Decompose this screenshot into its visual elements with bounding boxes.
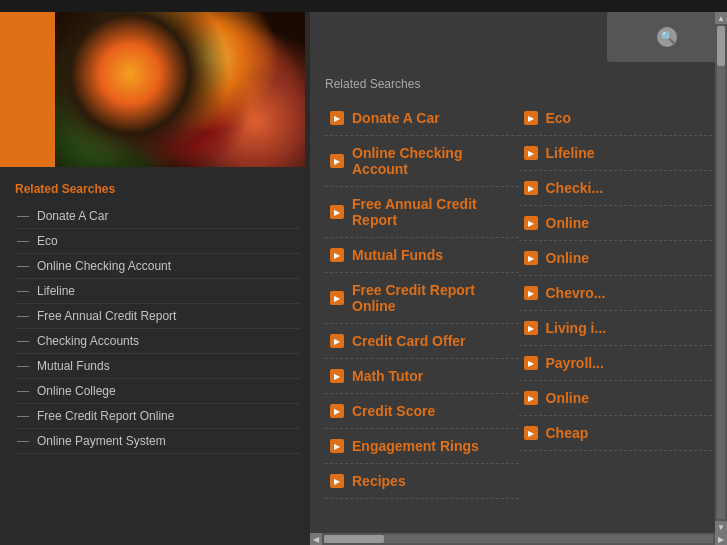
sidebar-item-label: Checking Accounts: [37, 334, 139, 348]
result-item-checki-r[interactable]: Checki...: [519, 171, 713, 206]
result-item-donate-a-car-r[interactable]: Donate A Car: [325, 101, 519, 136]
right-col: Eco Lifeline Checki... Online Online Che…: [519, 101, 713, 499]
orange-strip: [0, 12, 55, 167]
result-item-free-annual-credit-report-r[interactable]: Free Annual Credit Report: [325, 187, 519, 238]
result-arrow-icon: [524, 111, 538, 125]
sidebar-item-online-checking-account[interactable]: — Online Checking Account: [15, 254, 300, 279]
sidebar-item-checking-accounts[interactable]: — Checking Accounts: [15, 329, 300, 354]
sidebar-item-eco[interactable]: — Eco: [15, 229, 300, 254]
scroll-right-button[interactable]: ▶: [715, 533, 727, 545]
result-arrow-icon: [330, 111, 344, 125]
result-arrow-icon: [330, 205, 344, 219]
scroll-thumb: [717, 26, 725, 66]
result-arrow-icon: [524, 286, 538, 300]
result-item-credit-score-r[interactable]: Credit Score: [325, 394, 519, 429]
result-item-label: Living i...: [546, 320, 607, 336]
result-item-eco-r[interactable]: Eco: [519, 101, 713, 136]
sidebar-item-label: Donate A Car: [37, 209, 108, 223]
right-panel: 🔍 Related Searches Donate A Car Online C…: [310, 12, 727, 545]
sidebar-item-donate-a-car[interactable]: — Donate A Car: [15, 204, 300, 229]
result-item-label: Online: [546, 215, 590, 231]
result-item-recipes-r[interactable]: Recipes: [325, 464, 519, 499]
sidebar-item-label: Free Annual Credit Report: [37, 309, 176, 323]
right-related-label: Related Searches: [325, 77, 712, 91]
result-item-mutual-funds-r[interactable]: Mutual Funds: [325, 238, 519, 273]
sidebar-item-online-payment-system[interactable]: — Online Payment System: [15, 429, 300, 454]
sidebar-item-mutual-funds[interactable]: — Mutual Funds: [15, 354, 300, 379]
result-item-online2-r[interactable]: Online: [519, 241, 713, 276]
result-arrow-icon: [524, 216, 538, 230]
sidebar-item-free-credit-report-online[interactable]: — Free Credit Report Online: [15, 404, 300, 429]
result-item-lifeline-r[interactable]: Lifeline: [519, 136, 713, 171]
result-item-label: Online Checking Account: [352, 145, 514, 177]
scroll-left-button[interactable]: ◀: [310, 533, 322, 545]
result-arrow-icon: [330, 248, 344, 262]
result-arrow-icon: [524, 146, 538, 160]
result-item-label: Free Credit Report Online: [352, 282, 514, 314]
sidebar-item-label: Online College: [37, 384, 116, 398]
result-item-label: Eco: [546, 110, 572, 126]
sidebar-arrow-icon: —: [17, 284, 29, 298]
scroll-down-button[interactable]: ▼: [715, 521, 727, 533]
result-arrow-icon: [524, 321, 538, 335]
left-col: Donate A Car Online Checking Account Fre…: [325, 101, 519, 499]
main-container: Related Searches — Donate A Car — Eco — …: [0, 12, 727, 545]
sidebar-arrow-icon: —: [17, 209, 29, 223]
result-item-payroll-r[interactable]: Payroll...: [519, 346, 713, 381]
result-item-chevro-r[interactable]: Chevro...: [519, 276, 713, 311]
sidebar-arrow-icon: —: [17, 384, 29, 398]
result-arrow-icon: [330, 474, 344, 488]
scroll-up-button[interactable]: ▲: [715, 12, 727, 24]
result-arrow-icon: [524, 181, 538, 195]
sidebar-item-lifeline[interactable]: — Lifeline: [15, 279, 300, 304]
result-item-label: Math Tutor: [352, 368, 423, 384]
sidebar-arrow-icon: —: [17, 334, 29, 348]
result-item-credit-card-offer-r[interactable]: Credit Card Offer: [325, 324, 519, 359]
result-item-math-tutor-r[interactable]: Math Tutor: [325, 359, 519, 394]
result-arrow-icon: [524, 391, 538, 405]
sidebar-content: Related Searches — Donate A Car — Eco — …: [0, 167, 310, 464]
result-item-label: Free Annual Credit Report: [352, 196, 514, 228]
result-item-label: Recipes: [352, 473, 406, 489]
right-content: Related Searches Donate A Car Online Che…: [310, 67, 727, 509]
result-arrow-icon: [330, 439, 344, 453]
left-sidebar: Related Searches — Donate A Car — Eco — …: [0, 12, 310, 545]
top-bar: [0, 0, 727, 12]
right-scrollbar: ▲ ▼: [715, 12, 727, 533]
result-item-engagement-rings-r[interactable]: Engagement Rings: [325, 429, 519, 464]
result-item-label: Credit Card Offer: [352, 333, 466, 349]
result-item-label: Online: [546, 250, 590, 266]
sidebar-arrow-icon: —: [17, 409, 29, 423]
result-item-online3-r[interactable]: Online: [519, 381, 713, 416]
result-item-label: Cheap: [546, 425, 589, 441]
result-item-cheap-r[interactable]: Cheap: [519, 416, 713, 451]
sidebar-related-label: Related Searches: [15, 182, 300, 196]
result-item-online-checking-account-r[interactable]: Online Checking Account: [325, 136, 519, 187]
result-item-label: Engagement Rings: [352, 438, 479, 454]
result-item-living-r[interactable]: Living i...: [519, 311, 713, 346]
result-item-label: Lifeline: [546, 145, 595, 161]
sidebar-item-label: Mutual Funds: [37, 359, 110, 373]
scrollbar-thumb: [324, 535, 384, 543]
result-arrow-icon: [524, 251, 538, 265]
search-bar-area[interactable]: 🔍: [607, 12, 727, 62]
scrollbar-track: [324, 535, 713, 543]
result-arrow-icon: [524, 356, 538, 370]
result-item-label: Checki...: [546, 180, 604, 196]
sidebar-items-container: — Donate A Car — Eco — Online Checking A…: [15, 204, 300, 454]
result-arrow-icon: [330, 291, 344, 305]
result-item-online-r[interactable]: Online: [519, 206, 713, 241]
sidebar-arrow-icon: —: [17, 309, 29, 323]
sidebar-arrow-icon: —: [17, 434, 29, 448]
sidebar-item-free-annual-credit-report[interactable]: — Free Annual Credit Report: [15, 304, 300, 329]
search-icon[interactable]: 🔍: [657, 27, 677, 47]
result-item-label: Chevro...: [546, 285, 606, 301]
sidebar-item-label: Online Payment System: [37, 434, 166, 448]
result-item-free-credit-report-online-r[interactable]: Free Credit Report Online: [325, 273, 519, 324]
sidebar-item-label: Online Checking Account: [37, 259, 171, 273]
results-grid: Donate A Car Online Checking Account Fre…: [325, 101, 712, 499]
result-arrow-icon: [330, 334, 344, 348]
result-item-label: Online: [546, 390, 590, 406]
sidebar-item-online-college[interactable]: — Online College: [15, 379, 300, 404]
scroll-track: [717, 26, 725, 519]
